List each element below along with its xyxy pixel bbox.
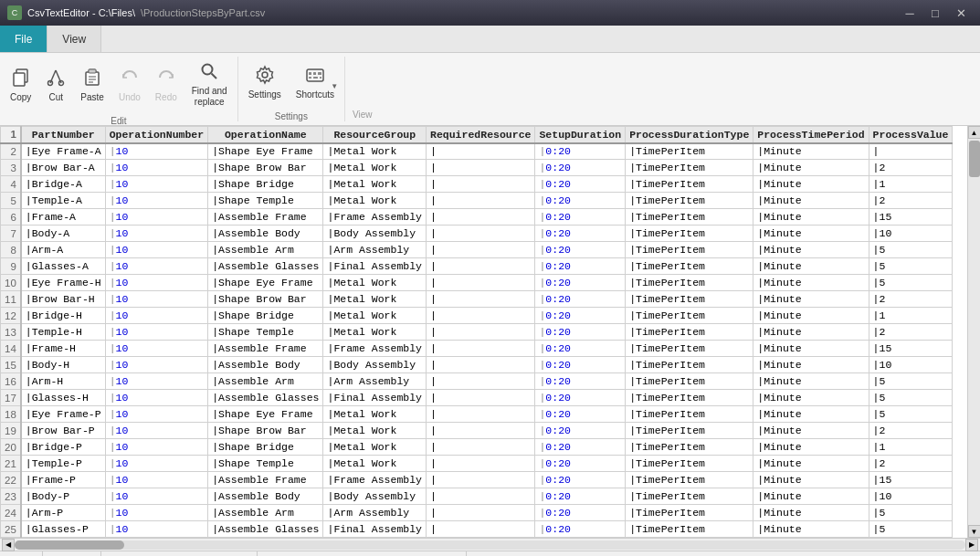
close-button[interactable]: ✕: [949, 4, 973, 22]
table-cell[interactable]: |Metal Work: [323, 456, 427, 472]
table-cell[interactable]: |0:20: [535, 176, 626, 193]
table-cell[interactable]: |Metal Work: [323, 275, 427, 291]
table-cell[interactable]: |2: [869, 456, 953, 472]
table-cell[interactable]: 2: [1, 143, 21, 160]
table-cell[interactable]: |TimePerItem: [626, 472, 753, 488]
table-cell[interactable]: |TimePerItem: [626, 143, 753, 160]
scroll-track[interactable]: [968, 139, 981, 525]
table-cell[interactable]: |Minute: [753, 258, 869, 275]
table-cell[interactable]: |Shape Bridge: [208, 176, 323, 193]
table-cell[interactable]: 10: [1, 275, 21, 291]
table-cell[interactable]: |10: [105, 275, 208, 291]
table-cell[interactable]: |: [427, 505, 535, 521]
table-cell[interactable]: |Bridge-P: [21, 439, 105, 456]
table-cell[interactable]: |10: [105, 160, 208, 176]
table-cell[interactable]: |0:20: [535, 357, 626, 373]
table-cell[interactable]: |: [427, 160, 535, 176]
table-cell[interactable]: |0:20: [535, 324, 626, 341]
table-cell[interactable]: |Glasses-H: [21, 390, 105, 406]
table-cell[interactable]: |Minute: [753, 488, 869, 505]
table-cell[interactable]: |: [427, 521, 535, 538]
table-cell[interactable]: |Arm Assembly: [323, 242, 427, 258]
table-cell[interactable]: |5: [869, 521, 953, 538]
table-cell[interactable]: |Minute: [753, 521, 869, 538]
table-cell[interactable]: |Assemble Glasses: [208, 390, 323, 406]
table-cell[interactable]: |Frame-H: [21, 341, 105, 357]
tab-view[interactable]: View: [47, 26, 101, 52]
table-cell[interactable]: |Final Assembly: [323, 521, 427, 538]
copy-button[interactable]: Copy: [4, 63, 37, 107]
table-cell[interactable]: |: [427, 472, 535, 488]
table-cell[interactable]: |Metal Work: [323, 324, 427, 341]
table-cell[interactable]: |: [427, 324, 535, 341]
table-cell[interactable]: |Minute: [753, 143, 869, 160]
table-cell[interactable]: |Arm Assembly: [323, 505, 427, 521]
table-cell[interactable]: |TimePerItem: [626, 505, 753, 521]
table-cell[interactable]: |Body Assembly: [323, 226, 427, 242]
table-cell[interactable]: |Minute: [753, 390, 869, 406]
table-cell[interactable]: |Shape Brow Bar: [208, 160, 323, 176]
table-cell[interactable]: |Shape Eye Frame: [208, 275, 323, 291]
table-cell[interactable]: 13: [1, 324, 21, 341]
table-cell[interactable]: |TimePerItem: [626, 226, 753, 242]
table-cell[interactable]: |Shape Temple: [208, 324, 323, 341]
table-cell[interactable]: |: [427, 308, 535, 324]
maximize-button[interactable]: □: [923, 4, 947, 22]
table-cell[interactable]: |10: [105, 176, 208, 193]
scroll-left-arrow[interactable]: ◀: [2, 539, 15, 551]
undo-button[interactable]: Undo: [112, 63, 147, 107]
shortcuts-button[interactable]: Shortcuts ▼: [290, 60, 341, 104]
table-cell[interactable]: |5: [869, 406, 953, 423]
table-cell[interactable]: |0:20: [535, 160, 626, 176]
table-cell[interactable]: |Temple-P: [21, 456, 105, 472]
table-cell[interactable]: |Minute: [753, 406, 869, 423]
table-cell[interactable]: |Arm-H: [21, 373, 105, 390]
table-cell[interactable]: 25: [1, 521, 21, 538]
table-cell[interactable]: |1: [869, 176, 953, 193]
table-cell[interactable]: |1: [869, 439, 953, 456]
table-cell[interactable]: |TimePerItem: [626, 406, 753, 423]
table-cell[interactable]: |Minute: [753, 193, 869, 209]
table-cell[interactable]: |Metal Work: [323, 406, 427, 423]
table-cell[interactable]: |Temple-A: [21, 193, 105, 209]
table-cell[interactable]: |0:20: [535, 521, 626, 538]
table-cell[interactable]: |: [869, 143, 953, 160]
table-cell[interactable]: |Metal Work: [323, 308, 427, 324]
table-cell[interactable]: |Shape Brow Bar: [208, 423, 323, 439]
table-cell[interactable]: |Minute: [753, 324, 869, 341]
table-cell[interactable]: |0:20: [535, 373, 626, 390]
table-cell[interactable]: |: [427, 406, 535, 423]
table-cell[interactable]: |TimePerItem: [626, 439, 753, 456]
h-scroll-thumb[interactable]: [15, 540, 124, 550]
table-cell[interactable]: |Shape Temple: [208, 193, 323, 209]
table-cell[interactable]: 4: [1, 176, 21, 193]
table-cell[interactable]: 14: [1, 341, 21, 357]
table-cell[interactable]: |: [427, 291, 535, 308]
table-cell[interactable]: 24: [1, 505, 21, 521]
table-cell[interactable]: |10: [105, 291, 208, 308]
table-cell[interactable]: 16: [1, 373, 21, 390]
table-cell[interactable]: |TimePerItem: [626, 193, 753, 209]
table-cell[interactable]: |: [427, 423, 535, 439]
table-cell[interactable]: |5: [869, 242, 953, 258]
table-cell[interactable]: |0:20: [535, 242, 626, 258]
table-cell[interactable]: 23: [1, 488, 21, 505]
table-cell[interactable]: 11: [1, 291, 21, 308]
table-cell[interactable]: |0:20: [535, 472, 626, 488]
table-cell[interactable]: |0:20: [535, 439, 626, 456]
table-cell[interactable]: |10: [105, 341, 208, 357]
table-cell[interactable]: |0:20: [535, 488, 626, 505]
table-cell[interactable]: |Shape Brow Bar: [208, 291, 323, 308]
table-cell[interactable]: 12: [1, 308, 21, 324]
table-cell[interactable]: |: [427, 275, 535, 291]
table-cell[interactable]: |10: [105, 193, 208, 209]
table-cell[interactable]: |: [427, 258, 535, 275]
table-cell[interactable]: |Assemble Body: [208, 357, 323, 373]
table-cell[interactable]: |10: [105, 242, 208, 258]
horizontal-scrollbar[interactable]: ◀ ▶: [0, 538, 980, 551]
table-cell[interactable]: |TimePerItem: [626, 308, 753, 324]
table-cell[interactable]: |TimePerItem: [626, 341, 753, 357]
settings-button[interactable]: Settings: [242, 60, 288, 104]
table-cell[interactable]: |TimePerItem: [626, 242, 753, 258]
table-cell[interactable]: |Assemble Body: [208, 488, 323, 505]
